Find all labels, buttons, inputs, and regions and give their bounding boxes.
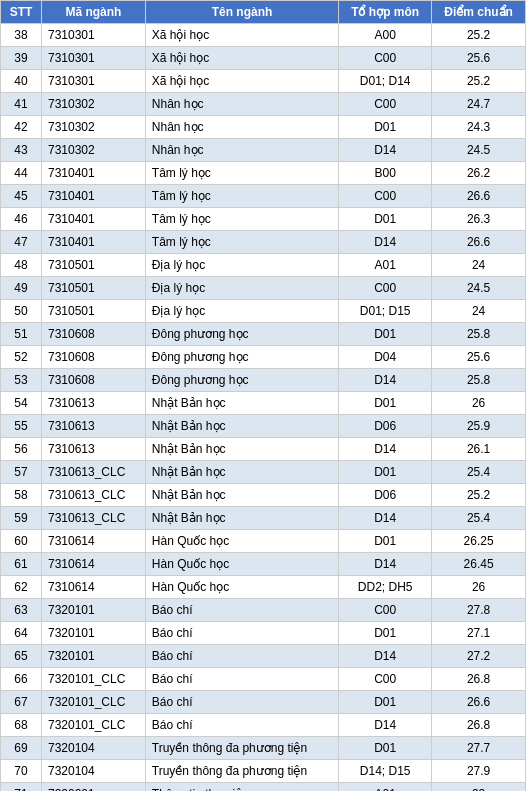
cell-stt: 61 bbox=[1, 553, 42, 576]
cell-stt: 69 bbox=[1, 737, 42, 760]
cell-diem: 26.3 bbox=[432, 208, 526, 231]
cell-to-hop: A00 bbox=[339, 24, 432, 47]
cell-ma-nganh: 7310401 bbox=[41, 208, 145, 231]
cell-stt: 42 bbox=[1, 116, 42, 139]
cell-ten-nganh: Đông phương học bbox=[145, 369, 338, 392]
scores-table: STT Mã ngành Tên ngành Tổ hợp môn Điểm c… bbox=[0, 0, 526, 791]
table-row: 717320201Thông tin thư việnA0123 bbox=[1, 783, 526, 792]
cell-stt: 59 bbox=[1, 507, 42, 530]
cell-diem: 26 bbox=[432, 576, 526, 599]
cell-ten-nganh: Đông phương học bbox=[145, 346, 338, 369]
cell-ma-nganh: 7320201 bbox=[41, 783, 145, 792]
cell-ten-nganh: Nhật Bản học bbox=[145, 415, 338, 438]
cell-diem: 25.4 bbox=[432, 461, 526, 484]
table-row: 677320101_CLCBáo chíD0126.6 bbox=[1, 691, 526, 714]
cell-stt: 47 bbox=[1, 231, 42, 254]
cell-ma-nganh: 7310401 bbox=[41, 231, 145, 254]
table-row: 457310401Tâm lý họcC0026.6 bbox=[1, 185, 526, 208]
cell-stt: 55 bbox=[1, 415, 42, 438]
cell-ten-nganh: Đông phương học bbox=[145, 323, 338, 346]
cell-ma-nganh: 7310608 bbox=[41, 369, 145, 392]
cell-diem: 26.6 bbox=[432, 231, 526, 254]
cell-stt: 63 bbox=[1, 599, 42, 622]
cell-stt: 58 bbox=[1, 484, 42, 507]
cell-ten-nganh: Báo chí bbox=[145, 599, 338, 622]
cell-to-hop: C00 bbox=[339, 47, 432, 70]
table-row: 647320101Báo chíD0127.1 bbox=[1, 622, 526, 645]
cell-ma-nganh: 7310613_CLC bbox=[41, 484, 145, 507]
cell-ma-nganh: 7320101_CLC bbox=[41, 668, 145, 691]
cell-to-hop: D01 bbox=[339, 392, 432, 415]
cell-to-hop: D14 bbox=[339, 714, 432, 737]
cell-stt: 38 bbox=[1, 24, 42, 47]
cell-ma-nganh: 7320104 bbox=[41, 760, 145, 783]
cell-stt: 46 bbox=[1, 208, 42, 231]
cell-stt: 43 bbox=[1, 139, 42, 162]
cell-to-hop: D01 bbox=[339, 622, 432, 645]
cell-to-hop: D01 bbox=[339, 691, 432, 714]
cell-ten-nganh: Báo chí bbox=[145, 691, 338, 714]
cell-diem: 26.8 bbox=[432, 668, 526, 691]
cell-ten-nganh: Tâm lý học bbox=[145, 231, 338, 254]
cell-ma-nganh: 7310302 bbox=[41, 93, 145, 116]
cell-stt: 50 bbox=[1, 300, 42, 323]
cell-ten-nganh: Báo chí bbox=[145, 645, 338, 668]
table-row: 527310608Đông phương họcD0425.6 bbox=[1, 346, 526, 369]
cell-to-hop: D14 bbox=[339, 139, 432, 162]
cell-ten-nganh: Tâm lý học bbox=[145, 162, 338, 185]
table-row: 567310613Nhật Bản họcD1426.1 bbox=[1, 438, 526, 461]
cell-to-hop: D01 bbox=[339, 323, 432, 346]
cell-stt: 52 bbox=[1, 346, 42, 369]
table-row: 387310301Xã hội họcA0025.2 bbox=[1, 24, 526, 47]
cell-ma-nganh: 7310614 bbox=[41, 576, 145, 599]
header-ma-nganh: Mã ngành bbox=[41, 1, 145, 24]
cell-ten-nganh: Báo chí bbox=[145, 714, 338, 737]
cell-diem: 26 bbox=[432, 392, 526, 415]
cell-to-hop: B00 bbox=[339, 162, 432, 185]
table-row: 607310614Hàn Quốc họcD0126.25 bbox=[1, 530, 526, 553]
cell-ten-nganh: Báo chí bbox=[145, 668, 338, 691]
cell-diem: 25.9 bbox=[432, 415, 526, 438]
table-row: 577310613_CLCNhật Bản họcD0125.4 bbox=[1, 461, 526, 484]
cell-ten-nganh: Nhật Bản học bbox=[145, 507, 338, 530]
cell-ten-nganh: Nhật Bản học bbox=[145, 438, 338, 461]
cell-diem: 27.2 bbox=[432, 645, 526, 668]
cell-stt: 49 bbox=[1, 277, 42, 300]
table-row: 497310501Địa lý họcC0024.5 bbox=[1, 277, 526, 300]
cell-ten-nganh: Nhật Bản học bbox=[145, 392, 338, 415]
cell-diem: 27.7 bbox=[432, 737, 526, 760]
cell-ma-nganh: 7310608 bbox=[41, 346, 145, 369]
cell-ten-nganh: Địa lý học bbox=[145, 300, 338, 323]
table-row: 627310614Hàn Quốc họcDD2; DH526 bbox=[1, 576, 526, 599]
cell-to-hop: C00 bbox=[339, 93, 432, 116]
cell-ma-nganh: 7310613 bbox=[41, 438, 145, 461]
cell-diem: 26.25 bbox=[432, 530, 526, 553]
cell-stt: 65 bbox=[1, 645, 42, 668]
cell-stt: 71 bbox=[1, 783, 42, 792]
cell-ten-nganh: Nhật Bản học bbox=[145, 484, 338, 507]
cell-ma-nganh: 7310614 bbox=[41, 530, 145, 553]
table-row: 697320104Truyền thông đa phương tiệnD012… bbox=[1, 737, 526, 760]
cell-stt: 62 bbox=[1, 576, 42, 599]
cell-stt: 53 bbox=[1, 369, 42, 392]
cell-to-hop: D01 bbox=[339, 530, 432, 553]
cell-ten-nganh: Nhân học bbox=[145, 139, 338, 162]
cell-ten-nganh: Tâm lý học bbox=[145, 185, 338, 208]
cell-diem: 26.45 bbox=[432, 553, 526, 576]
cell-diem: 24.5 bbox=[432, 139, 526, 162]
cell-ten-nganh: Xã hội học bbox=[145, 24, 338, 47]
cell-diem: 26.8 bbox=[432, 714, 526, 737]
cell-ma-nganh: 7320104 bbox=[41, 737, 145, 760]
cell-ten-nganh: Hàn Quốc học bbox=[145, 576, 338, 599]
cell-stt: 68 bbox=[1, 714, 42, 737]
cell-stt: 41 bbox=[1, 93, 42, 116]
cell-to-hop: D01 bbox=[339, 208, 432, 231]
cell-ma-nganh: 7320101 bbox=[41, 645, 145, 668]
table-row: 417310302Nhân họcC0024.7 bbox=[1, 93, 526, 116]
cell-stt: 54 bbox=[1, 392, 42, 415]
cell-to-hop: D14 bbox=[339, 645, 432, 668]
table-row: 617310614Hàn Quốc họcD1426.45 bbox=[1, 553, 526, 576]
cell-to-hop: D14; D15 bbox=[339, 760, 432, 783]
cell-diem: 27.8 bbox=[432, 599, 526, 622]
cell-stt: 60 bbox=[1, 530, 42, 553]
